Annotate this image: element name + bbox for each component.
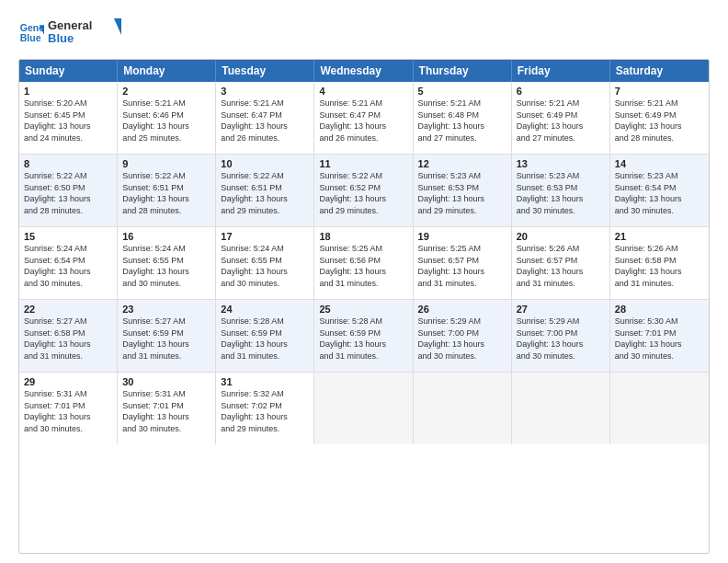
day-cell-21: 21Sunrise: 5:26 AMSunset: 6:58 PMDayligh… bbox=[610, 227, 709, 299]
day-number: 21 bbox=[615, 231, 704, 242]
calendar-row-5: 29Sunrise: 5:31 AMSunset: 7:01 PMDayligh… bbox=[19, 373, 709, 444]
day-number: 10 bbox=[221, 158, 309, 169]
calendar-header: SundayMondayTuesdayWednesdayThursdayFrid… bbox=[19, 60, 709, 82]
day-number: 18 bbox=[319, 231, 407, 242]
day-info: Sunrise: 5:27 AMSunset: 6:58 PMDaylight:… bbox=[24, 316, 112, 362]
day-info: Sunrise: 5:22 AMSunset: 6:52 PMDaylight:… bbox=[319, 170, 407, 216]
day-cell-27: 27Sunrise: 5:29 AMSunset: 7:00 PMDayligh… bbox=[512, 300, 610, 372]
day-number: 15 bbox=[24, 231, 112, 242]
calendar-row-3: 15Sunrise: 5:24 AMSunset: 6:54 PMDayligh… bbox=[19, 227, 709, 300]
day-cell-26: 26Sunrise: 5:29 AMSunset: 7:00 PMDayligh… bbox=[414, 300, 512, 372]
day-info: Sunrise: 5:21 AMSunset: 6:47 PMDaylight:… bbox=[319, 98, 407, 144]
day-number: 2 bbox=[122, 86, 210, 97]
day-info: Sunrise: 5:21 AMSunset: 6:49 PMDaylight:… bbox=[615, 98, 704, 144]
day-info: Sunrise: 5:24 AMSunset: 6:54 PMDaylight:… bbox=[24, 243, 112, 289]
day-info: Sunrise: 5:20 AMSunset: 6:45 PMDaylight:… bbox=[24, 98, 112, 144]
day-number: 22 bbox=[24, 304, 112, 315]
day-number: 25 bbox=[319, 304, 407, 315]
day-number: 3 bbox=[221, 86, 309, 97]
logo-icon: General Blue bbox=[18, 20, 44, 46]
day-number: 23 bbox=[122, 304, 210, 315]
day-number: 31 bbox=[221, 376, 309, 387]
day-number: 26 bbox=[418, 304, 506, 315]
day-cell-11: 11Sunrise: 5:22 AMSunset: 6:52 PMDayligh… bbox=[314, 155, 413, 226]
day-info: Sunrise: 5:22 AMSunset: 6:51 PMDaylight:… bbox=[122, 170, 210, 216]
day-info: Sunrise: 5:23 AMSunset: 6:53 PMDaylight:… bbox=[418, 170, 506, 216]
day-info: Sunrise: 5:21 AMSunset: 6:46 PMDaylight:… bbox=[122, 98, 210, 144]
day-cell-24: 24Sunrise: 5:28 AMSunset: 6:59 PMDayligh… bbox=[216, 300, 314, 372]
day-cell-6: 6Sunrise: 5:21 AMSunset: 6:49 PMDaylight… bbox=[512, 82, 610, 154]
day-info: Sunrise: 5:25 AMSunset: 6:56 PMDaylight:… bbox=[319, 243, 407, 289]
day-number: 19 bbox=[418, 231, 506, 242]
day-number: 14 bbox=[615, 158, 704, 169]
day-number: 20 bbox=[517, 231, 605, 242]
calendar-row-1: 1Sunrise: 5:20 AMSunset: 6:45 PMDaylight… bbox=[19, 82, 709, 155]
svg-text:Blue: Blue bbox=[20, 32, 41, 43]
empty-cell bbox=[314, 373, 413, 444]
day-cell-31: 31Sunrise: 5:32 AMSunset: 7:02 PMDayligh… bbox=[216, 373, 314, 444]
day-cell-4: 4Sunrise: 5:21 AMSunset: 6:47 PMDaylight… bbox=[314, 82, 413, 154]
day-info: Sunrise: 5:30 AMSunset: 7:01 PMDaylight:… bbox=[615, 316, 704, 362]
day-info: Sunrise: 5:23 AMSunset: 6:54 PMDaylight:… bbox=[615, 170, 704, 216]
page: General Blue General Blue SundayMondayTu… bbox=[0, 0, 728, 563]
day-info: Sunrise: 5:21 AMSunset: 6:49 PMDaylight:… bbox=[517, 98, 605, 144]
day-cell-18: 18Sunrise: 5:25 AMSunset: 6:56 PMDayligh… bbox=[314, 227, 413, 299]
day-number: 30 bbox=[122, 376, 210, 387]
header-day-monday: Monday bbox=[118, 60, 216, 82]
calendar-row-2: 8Sunrise: 5:22 AMSunset: 6:50 PMDaylight… bbox=[19, 155, 709, 227]
day-number: 6 bbox=[517, 86, 605, 97]
calendar-body: 1Sunrise: 5:20 AMSunset: 6:45 PMDaylight… bbox=[19, 82, 709, 444]
empty-cell bbox=[512, 373, 610, 444]
day-cell-25: 25Sunrise: 5:28 AMSunset: 6:59 PMDayligh… bbox=[314, 300, 413, 372]
day-cell-23: 23Sunrise: 5:27 AMSunset: 6:59 PMDayligh… bbox=[118, 300, 216, 372]
day-number: 11 bbox=[319, 158, 407, 169]
day-cell-17: 17Sunrise: 5:24 AMSunset: 6:55 PMDayligh… bbox=[216, 227, 314, 299]
day-info: Sunrise: 5:29 AMSunset: 7:00 PMDaylight:… bbox=[517, 316, 605, 362]
day-number: 1 bbox=[24, 86, 112, 97]
day-info: Sunrise: 5:31 AMSunset: 7:01 PMDaylight:… bbox=[122, 388, 210, 434]
day-cell-22: 22Sunrise: 5:27 AMSunset: 6:58 PMDayligh… bbox=[19, 300, 118, 372]
day-cell-1: 1Sunrise: 5:20 AMSunset: 6:45 PMDaylight… bbox=[19, 82, 118, 154]
day-number: 4 bbox=[319, 86, 407, 97]
header-day-wednesday: Wednesday bbox=[314, 60, 413, 82]
day-cell-9: 9Sunrise: 5:22 AMSunset: 6:51 PMDaylight… bbox=[118, 155, 216, 226]
day-cell-15: 15Sunrise: 5:24 AMSunset: 6:54 PMDayligh… bbox=[19, 227, 118, 299]
day-info: Sunrise: 5:29 AMSunset: 7:00 PMDaylight:… bbox=[418, 316, 506, 362]
calendar: SundayMondayTuesdayWednesdayThursdayFrid… bbox=[18, 59, 710, 554]
day-info: Sunrise: 5:27 AMSunset: 6:59 PMDaylight:… bbox=[122, 316, 210, 362]
day-number: 5 bbox=[418, 86, 506, 97]
day-info: Sunrise: 5:31 AMSunset: 7:01 PMDaylight:… bbox=[24, 388, 112, 434]
day-cell-30: 30Sunrise: 5:31 AMSunset: 7:01 PMDayligh… bbox=[118, 373, 216, 444]
day-number: 17 bbox=[221, 231, 309, 242]
day-cell-12: 12Sunrise: 5:23 AMSunset: 6:53 PMDayligh… bbox=[414, 155, 512, 226]
header: General Blue General Blue bbox=[18, 17, 710, 50]
day-info: Sunrise: 5:24 AMSunset: 6:55 PMDaylight:… bbox=[221, 243, 309, 289]
svg-text:Blue: Blue bbox=[48, 31, 74, 45]
day-info: Sunrise: 5:28 AMSunset: 6:59 PMDaylight:… bbox=[221, 316, 309, 362]
empty-cell bbox=[414, 373, 512, 444]
day-number: 7 bbox=[615, 86, 704, 97]
day-info: Sunrise: 5:26 AMSunset: 6:58 PMDaylight:… bbox=[615, 243, 704, 289]
day-number: 27 bbox=[517, 304, 605, 315]
day-cell-5: 5Sunrise: 5:21 AMSunset: 6:48 PMDaylight… bbox=[414, 82, 512, 154]
day-cell-8: 8Sunrise: 5:22 AMSunset: 6:50 PMDaylight… bbox=[19, 155, 118, 226]
day-info: Sunrise: 5:22 AMSunset: 6:50 PMDaylight:… bbox=[24, 170, 112, 216]
day-info: Sunrise: 5:22 AMSunset: 6:51 PMDaylight:… bbox=[221, 170, 309, 216]
svg-text:General: General bbox=[48, 18, 92, 32]
svg-marker-5 bbox=[114, 18, 121, 35]
day-info: Sunrise: 5:28 AMSunset: 6:59 PMDaylight:… bbox=[319, 316, 407, 362]
empty-cell bbox=[610, 373, 709, 444]
day-number: 28 bbox=[615, 304, 704, 315]
day-number: 8 bbox=[24, 158, 112, 169]
header-day-tuesday: Tuesday bbox=[216, 60, 314, 82]
day-cell-3: 3Sunrise: 5:21 AMSunset: 6:47 PMDaylight… bbox=[216, 82, 314, 154]
calendar-row-4: 22Sunrise: 5:27 AMSunset: 6:58 PMDayligh… bbox=[19, 300, 709, 373]
day-cell-10: 10Sunrise: 5:22 AMSunset: 6:51 PMDayligh… bbox=[216, 155, 314, 226]
day-info: Sunrise: 5:21 AMSunset: 6:48 PMDaylight:… bbox=[418, 98, 506, 144]
day-info: Sunrise: 5:23 AMSunset: 6:53 PMDaylight:… bbox=[517, 170, 605, 216]
day-cell-16: 16Sunrise: 5:24 AMSunset: 6:55 PMDayligh… bbox=[118, 227, 216, 299]
header-day-sunday: Sunday bbox=[19, 60, 118, 82]
day-cell-14: 14Sunrise: 5:23 AMSunset: 6:54 PMDayligh… bbox=[610, 155, 709, 226]
header-day-saturday: Saturday bbox=[610, 60, 709, 82]
day-number: 29 bbox=[24, 376, 112, 387]
